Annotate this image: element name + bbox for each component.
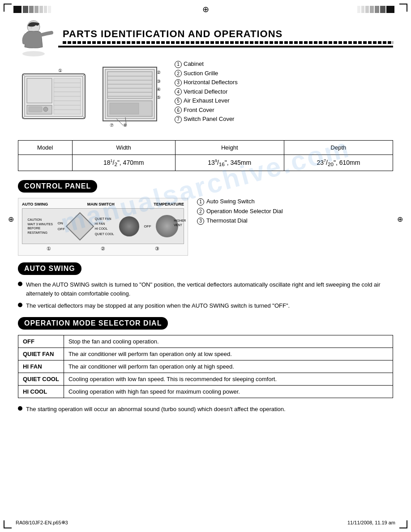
footer-left: RA08/10JF2-EN.p65 xyxy=(16,520,61,525)
cp-inner-diagram: CAUTIONWAIT 3 MINUTESBEFORERESTARTING ON… xyxy=(22,208,184,244)
auto-swing-label: AUTO SWING xyxy=(22,202,48,206)
footer-crosshair: ⊕ xyxy=(61,519,65,525)
parts-label-1: Cabinet xyxy=(184,60,204,67)
parts-item-6: 6 Front Cover xyxy=(175,107,393,114)
svg-rect-12 xyxy=(380,6,385,13)
cp-num-3: ③ xyxy=(155,246,159,252)
title-section: PARTS IDENTIFICATION AND OPERATIONS xyxy=(18,18,393,54)
operation-mode-section: OPERATION MODE SELECTOR DIAL OFF Stop th… xyxy=(18,317,393,414)
op-mode-qc: QUIET COOL xyxy=(18,373,64,385)
temperature-label: TEMPERATURE xyxy=(154,202,184,206)
svg-rect-1 xyxy=(23,6,28,13)
circle-4: 4 xyxy=(175,88,182,95)
auto-swing-text-1: When the AUTO SWING switch is turned to … xyxy=(26,280,393,298)
svg-point-16 xyxy=(22,51,45,56)
control-panel-list: 1 Auto Swing Switch 2 Operation Mode Sel… xyxy=(197,198,393,227)
svg-text:③: ③ xyxy=(157,79,161,84)
op-desc-hf: The air conditioner will perform fan ope… xyxy=(64,360,393,373)
svg-rect-11 xyxy=(375,6,379,13)
svg-text:②: ② xyxy=(157,70,161,75)
width-cell: 181/2", 470mm xyxy=(72,155,175,171)
parts-item-5: 5 Air Exhaust Lever xyxy=(175,97,393,105)
parts-label-3: Horizontal Deflectors xyxy=(184,79,238,86)
mode-labels: QUIET FAN HI FAN HI COOL QUIET COOL xyxy=(95,216,114,236)
op-desc-hc: Cooling operation with high fan speed fo… xyxy=(64,385,393,398)
circle-3: 3 xyxy=(175,79,182,86)
control-panel-section: CONTROL PANEL AUTO SWING MAIN SWITCH TEM… xyxy=(18,180,393,256)
svg-rect-5 xyxy=(44,6,47,13)
op-desc-qc: Cooling operation with low fan speed. Th… xyxy=(64,373,393,385)
col-header-height: Height xyxy=(175,141,284,155)
dimensions-row: 181/2", 470mm 139/16", 345mm 237/20", 61… xyxy=(18,155,393,171)
depth-cell: 237/20", 610mm xyxy=(284,155,393,171)
top-crosshair: ⊕ xyxy=(202,4,209,14)
title-underline xyxy=(63,41,393,44)
svg-text:⑤: ⑤ xyxy=(157,95,161,100)
op-row-qc: QUIET COOL Cooling operation with low fa… xyxy=(18,373,393,385)
op-mode-hf: HI FAN xyxy=(18,360,64,373)
control-panel-header: CONTROL PANEL xyxy=(18,180,97,193)
svg-rect-2 xyxy=(29,6,34,13)
parts-item-3: 3 Horizontal Deflectors xyxy=(175,79,393,86)
svg-rect-38 xyxy=(107,72,152,99)
auto-swing-bullet-2: The vertical deflectors may be stopped a… xyxy=(18,301,393,310)
col-header-width: Width xyxy=(72,141,175,155)
on-off-labels: ON OFF xyxy=(58,221,65,231)
auto-swing-text-2: The vertical deflectors may be stopped a… xyxy=(26,301,393,310)
top-bar: ⊕ xyxy=(0,4,411,14)
bullet-dot-1 xyxy=(18,282,22,286)
temperature-dial: HIGHER VENT xyxy=(156,215,178,237)
main-content: PARTS IDENTIFICATION AND OPERATIONS xyxy=(18,18,393,413)
bottom-bullet-dot xyxy=(18,406,22,411)
circle-1: 1 xyxy=(175,61,182,68)
svg-rect-10 xyxy=(370,6,374,13)
cp-item-label-1: Auto Swing Switch xyxy=(206,198,255,205)
temp-labels: HIGHER VENT xyxy=(174,219,186,227)
svg-rect-9 xyxy=(365,6,369,13)
op-row-hf: HI FAN The air conditioner will perform … xyxy=(18,360,393,373)
op-row-hc: HI COOL Cooling operation with high fan … xyxy=(18,385,393,398)
cp-num-2: ② xyxy=(101,246,105,252)
svg-rect-4 xyxy=(39,6,43,13)
op-mode-off: OFF xyxy=(18,335,64,348)
bottom-note: The starting operation will occur an abn… xyxy=(18,405,393,414)
auto-swing-box xyxy=(65,212,94,241)
parts-label-5: Air Exhaust Lever xyxy=(184,97,230,104)
left-crosshair: ⊕ xyxy=(8,215,14,223)
title-box: PARTS IDENTIFICATION AND OPERATIONS xyxy=(58,25,393,47)
cp-circle-2: 2 xyxy=(197,208,204,215)
auto-swing-header: AUTO SWING xyxy=(18,262,81,275)
ac-diagram-right: ② ③ ④ ⑤ ⑥ ⑦ xyxy=(98,60,161,133)
top-bar-blocks-right xyxy=(357,5,398,13)
auto-swing-bullet-1: When the AUTO SWING switch is turned to … xyxy=(18,280,393,298)
parts-item-1: 1 Cabinet xyxy=(175,60,393,68)
cp-item-1: 1 Auto Swing Switch xyxy=(197,198,393,206)
model-cell xyxy=(18,155,73,171)
main-switch-label: MAIN SWITCH xyxy=(87,202,115,206)
main-switch-dial xyxy=(119,216,139,236)
svg-rect-29 xyxy=(29,107,42,112)
svg-text:①: ① xyxy=(58,68,62,73)
op-desc-off: Stop the fan and cooling operation. xyxy=(64,335,393,348)
person-figure xyxy=(18,18,54,54)
cp-circle-3: 3 xyxy=(197,218,204,225)
parts-item-7: 7 Switch Panel Cover xyxy=(175,116,393,123)
svg-rect-8 xyxy=(361,6,364,13)
bottom-note-text: The starting operation will occur an abn… xyxy=(26,405,393,414)
cp-item-2: 2 Operation Mode Selector Dial xyxy=(197,208,393,215)
bullet-dot-2 xyxy=(18,303,22,307)
parts-label-2: Suction Grille xyxy=(184,70,218,77)
control-panel-content: AUTO SWING MAIN SWITCH TEMPERATURE CAUTI… xyxy=(18,198,393,256)
parts-list: 1 Cabinet 2 Suction Grille 3 Horizontal … xyxy=(170,60,393,125)
cp-item-label-2: Operation Mode Selector Dial xyxy=(206,208,283,215)
svg-text:⑦: ⑦ xyxy=(110,123,114,128)
control-panel-diagram: AUTO SWING MAIN SWITCH TEMPERATURE CAUTI… xyxy=(18,198,188,256)
cp-numbered-labels: ① ② ③ xyxy=(22,246,184,252)
footer-center: 3 xyxy=(65,520,68,525)
auto-swing-section: AUTO SWING When the AUTO SWING switch is… xyxy=(18,262,393,310)
svg-rect-13 xyxy=(386,6,394,13)
parts-item-2: 2 Suction Grille xyxy=(175,70,393,77)
svg-rect-46 xyxy=(110,103,139,114)
right-crosshair: ⊕ xyxy=(397,215,403,223)
parts-label-6: Front Cover xyxy=(184,107,214,113)
